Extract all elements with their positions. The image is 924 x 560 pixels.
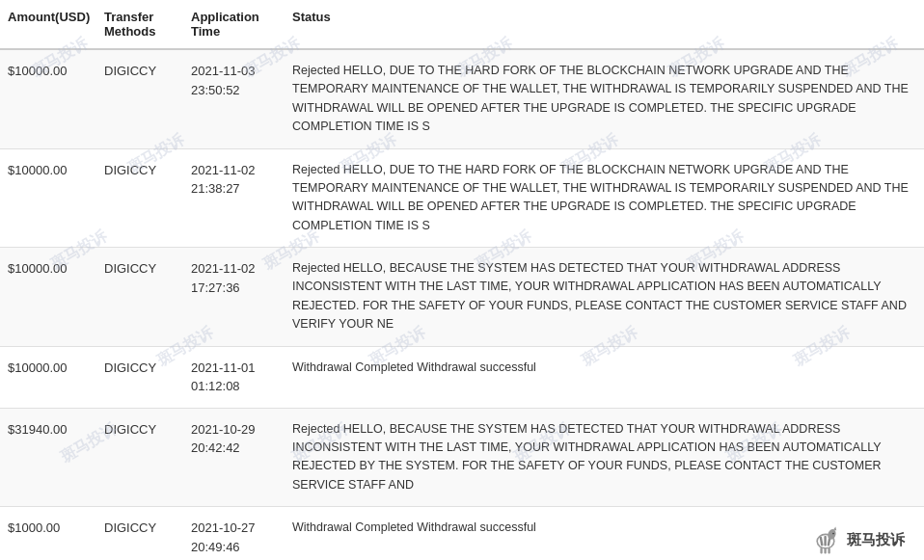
logo-area: 斑马投诉 [810, 524, 905, 555]
cell-amount: $10000.00 [0, 346, 96, 408]
cell-status: Rejected HELLO, DUE TO THE HARD FORK OF … [285, 49, 924, 148]
table-row: $1000.00DIGICCY2021-10-27 20:49:46Withdr… [0, 507, 924, 561]
cell-apptime: 2021-11-03 23:50:52 [183, 49, 285, 148]
svg-rect-9 [824, 548, 826, 554]
table-header-row: Amount(USD) Transfer Methods Application… [0, 0, 924, 49]
cell-transfer: DIGICCY [96, 248, 183, 347]
cell-amount: $10000.00 [0, 49, 96, 148]
table-row: $10000.00DIGICCY2021-11-02 17:27:36Rejec… [0, 248, 924, 347]
cell-transfer: DIGICCY [96, 408, 183, 507]
header-transfer: Transfer Methods [96, 0, 183, 49]
cell-status: Withdrawal Completed Withdrawal successf… [285, 346, 924, 408]
transactions-table: Amount(USD) Transfer Methods Application… [0, 0, 924, 560]
table-row: $31940.00DIGICCY2021-10-29 20:42:42Rejec… [0, 408, 924, 507]
header-apptime: Application Time [183, 0, 285, 49]
cell-transfer: DIGICCY [96, 49, 183, 148]
svg-rect-3 [824, 536, 826, 546]
logo-label: 斑马投诉 [847, 531, 905, 549]
cell-apptime: 2021-11-02 17:27:36 [183, 248, 285, 347]
cell-apptime: 2021-10-27 20:49:46 [183, 507, 285, 561]
cell-amount: $1000.00 [0, 507, 96, 561]
cell-status: Rejected HELLO, BECAUSE THE SYSTEM HAS D… [285, 248, 924, 347]
cell-amount: $10000.00 [0, 248, 96, 347]
cell-apptime: 2021-11-01 01:12:08 [183, 346, 285, 408]
svg-point-7 [832, 533, 834, 535]
header-amount: Amount(USD) [0, 0, 96, 49]
cell-status: Rejected HELLO, DUE TO THE HARD FORK OF … [285, 148, 924, 248]
svg-rect-10 [828, 547, 829, 553]
cell-transfer: DIGICCY [96, 148, 183, 248]
table-row: $10000.00DIGICCY2021-11-02 21:38:27Rejec… [0, 148, 924, 248]
cell-amount: $10000.00 [0, 148, 96, 248]
cell-apptime: 2021-10-29 20:42:42 [183, 408, 285, 507]
logo-icon [810, 524, 841, 555]
table-row: $10000.00DIGICCY2021-11-03 23:50:52Rejec… [0, 49, 924, 148]
table-body: $10000.00DIGICCY2021-11-03 23:50:52Rejec… [0, 49, 924, 560]
cell-apptime: 2021-11-02 21:38:27 [183, 148, 285, 248]
header-status: Status [285, 0, 924, 49]
table-row: $10000.00DIGICCY2021-11-01 01:12:08Withd… [0, 346, 924, 408]
cell-transfer: DIGICCY [96, 346, 183, 408]
svg-rect-8 [820, 547, 822, 553]
cell-status: Rejected HELLO, BECAUSE THE SYSTEM HAS D… [285, 408, 924, 507]
cell-transfer: DIGICCY [96, 507, 183, 561]
cell-amount: $31940.00 [0, 408, 96, 507]
